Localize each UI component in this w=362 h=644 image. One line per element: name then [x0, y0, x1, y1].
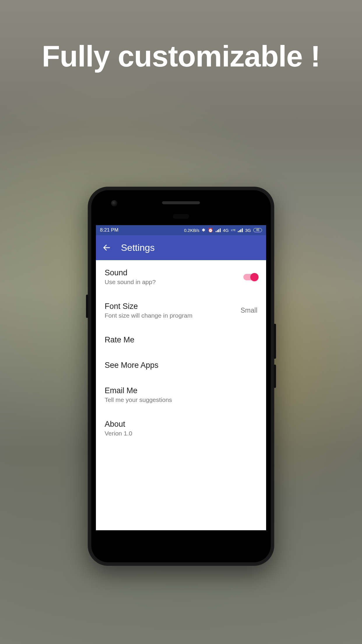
battery-icon: 46 — [253, 228, 262, 232]
status-bar: 8:21 PM 0.2KB/s ✱ ⏰ 4G LTE 3G 46 — [96, 225, 266, 235]
setting-about-sub: Verion 1.0 — [105, 430, 257, 437]
promo-headline: Fully customizable ! — [0, 39, 362, 74]
setting-about-title: About — [105, 420, 257, 429]
status-time: 8:21 PM — [100, 227, 118, 233]
setting-rate-me[interactable]: Rate Me — [96, 327, 266, 353]
back-button[interactable] — [102, 243, 111, 252]
alarm-icon: ⏰ — [208, 228, 213, 233]
page-title: Settings — [121, 242, 155, 253]
phone-button-right-lower — [274, 365, 276, 388]
setting-sound-title: Sound — [105, 268, 243, 277]
phone-bezel: 8:21 PM 0.2KB/s ✱ ⏰ 4G LTE 3G 46 — [91, 190, 271, 562]
setting-rate-title: Rate Me — [105, 335, 257, 344]
setting-email-me[interactable]: Email Me Tell me your suggestions — [96, 378, 266, 412]
phone-button-left — [86, 295, 88, 318]
setting-email-title: Email Me — [105, 386, 257, 395]
status-net1: 4G — [223, 228, 229, 233]
sound-toggle[interactable] — [243, 274, 257, 280]
setting-sound-sub: Use sound in app? — [105, 279, 243, 286]
phone-camera-icon — [111, 200, 117, 206]
arrow-left-icon — [102, 243, 111, 252]
setting-font-title: Font Size — [105, 302, 235, 311]
signal-2-icon — [238, 228, 243, 232]
setting-font-size[interactable]: Font Size Font size will change in progr… — [96, 294, 266, 327]
signal-1-icon — [216, 228, 221, 232]
phone-sensor-icon — [173, 214, 189, 219]
setting-sound[interactable]: Sound Use sound in app? — [96, 260, 266, 294]
phone-button-right-upper — [274, 324, 276, 359]
setting-about[interactable]: About Verion 1.0 — [96, 412, 266, 445]
status-net2: 3G — [245, 228, 251, 233]
status-lte: LTE — [231, 229, 236, 232]
bluetooth-icon: ✱ — [202, 228, 205, 233]
setting-email-sub: Tell me your suggestions — [105, 396, 257, 403]
settings-list: Sound Use sound in app? Font Size Font s… — [96, 260, 266, 445]
setting-font-value: Small — [235, 307, 257, 314]
setting-more-title: See More Apps — [105, 361, 257, 370]
setting-font-sub: Font size will change in program — [105, 312, 235, 319]
setting-see-more-apps[interactable]: See More Apps — [96, 353, 266, 378]
phone-frame: 8:21 PM 0.2KB/s ✱ ⏰ 4G LTE 3G 46 — [88, 187, 274, 566]
promo-background: Fully customizable ! 8:21 PM 0.2KB/s ✱ ⏰… — [0, 0, 362, 644]
app-bar: Settings — [96, 235, 266, 260]
status-right-cluster: 0.2KB/s ✱ ⏰ 4G LTE 3G 46 — [184, 228, 262, 233]
app-screen: 8:21 PM 0.2KB/s ✱ ⏰ 4G LTE 3G 46 — [96, 225, 266, 530]
phone-speaker-icon — [162, 201, 200, 204]
status-speed: 0.2KB/s — [184, 228, 200, 233]
